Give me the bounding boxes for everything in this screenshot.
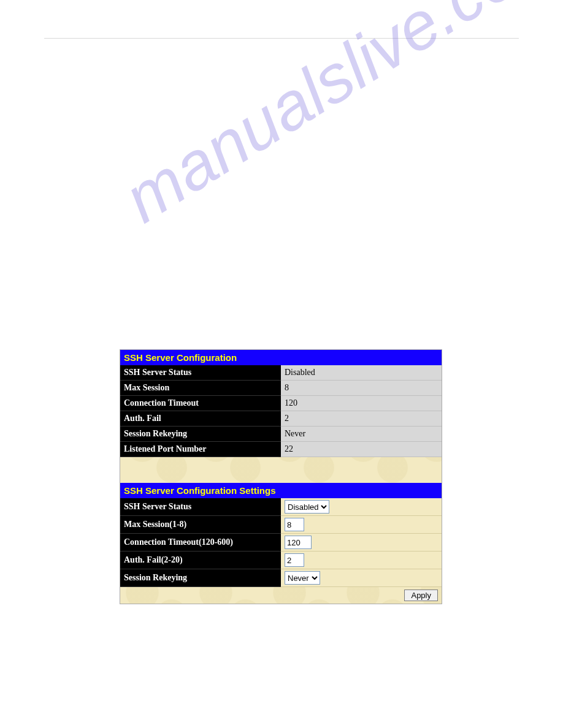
row-value-input: DisabledEnabled (281, 498, 442, 516)
row-label: SSH Server Status (120, 365, 281, 381)
row-label: SSH Server Status (120, 498, 281, 516)
row-label: Listened Port Number (120, 442, 281, 457)
max-session-input[interactable] (285, 518, 304, 531)
connection-timeout-input[interactable] (285, 536, 312, 549)
row-value: 120 (281, 396, 442, 411)
table-row: Auth. Fail(2-20) (120, 552, 442, 569)
table-row: SSH Server Status Disabled (120, 365, 442, 381)
row-label: Max Session (120, 381, 281, 396)
row-label: Session Rekeying (120, 427, 281, 442)
session-rekeying-select[interactable]: Never10min30min60min (285, 571, 320, 585)
row-value: Disabled (281, 365, 442, 381)
table-row: Session Rekeying Never (120, 427, 442, 442)
settings-header-row: SSH Server Configuration Settings (120, 483, 442, 498)
row-value-input: Never10min30min60min (281, 569, 442, 587)
apply-row: Apply (120, 587, 442, 604)
row-value-input (281, 534, 442, 552)
top-divider (44, 38, 519, 39)
table-row: Max Session 8 (120, 381, 442, 396)
table-row: Max Session(1-8) (120, 516, 442, 534)
row-label: Max Session(1-8) (120, 516, 281, 534)
auth-fail-input[interactable] (285, 553, 304, 567)
row-label: Session Rekeying (120, 569, 281, 587)
table-row: Connection Timeout(120-600) (120, 534, 442, 552)
ssh-config-panel: SSH Server Configuration SSH Server Stat… (120, 349, 442, 604)
config-header-row: SSH Server Configuration (120, 350, 442, 365)
row-label: Connection Timeout(120-600) (120, 534, 281, 552)
settings-header: SSH Server Configuration Settings (120, 483, 442, 498)
table-row: SSH Server Status DisabledEnabled (120, 498, 442, 516)
table-row: Auth. Fail 2 (120, 411, 442, 427)
gap-row (120, 457, 442, 483)
ssh-status-select[interactable]: DisabledEnabled (285, 500, 329, 514)
row-value: 22 (281, 442, 442, 457)
watermark-text: manualslive.com (110, 0, 563, 238)
row-value-input (281, 552, 442, 569)
row-value-input (281, 516, 442, 534)
table-row: Listened Port Number 22 (120, 442, 442, 457)
apply-button[interactable]: Apply (404, 590, 438, 601)
table-row: Connection Timeout 120 (120, 396, 442, 411)
row-value: 2 (281, 411, 442, 427)
row-label: Connection Timeout (120, 396, 281, 411)
row-label: Auth. Fail(2-20) (120, 552, 281, 569)
row-value: Never (281, 427, 442, 442)
ssh-config-table: SSH Server Configuration SSH Server Stat… (120, 350, 442, 604)
row-label: Auth. Fail (120, 411, 281, 427)
config-header: SSH Server Configuration (120, 350, 442, 365)
table-row: Session Rekeying Never10min30min60min (120, 569, 442, 587)
row-value: 8 (281, 381, 442, 396)
